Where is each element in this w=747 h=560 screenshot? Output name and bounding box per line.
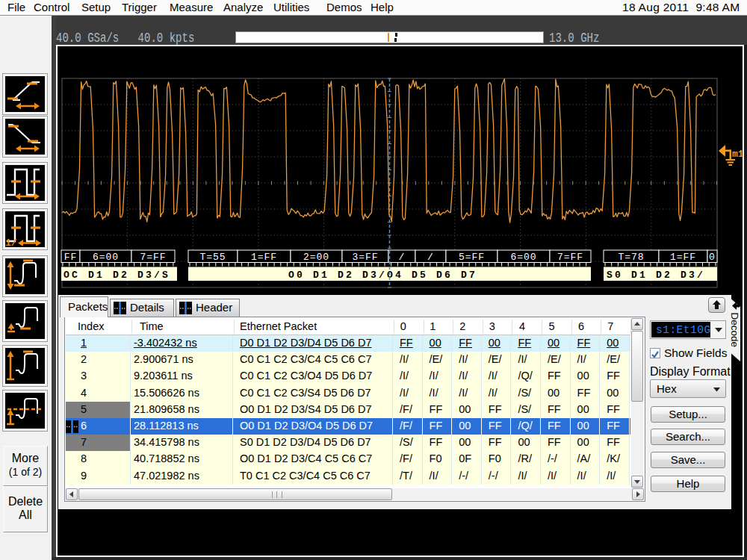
svg-text:5=FF: 5=FF <box>459 252 485 263</box>
svg-text:FF: FF <box>64 252 78 263</box>
svg-text:0: 0 <box>709 252 716 263</box>
svg-text:1/: 1/ <box>5 237 17 246</box>
svg-text:6=00: 6=00 <box>93 252 119 263</box>
svg-text:1=FF: 1=FF <box>251 252 277 263</box>
svg-text:6=00: 6=00 <box>510 252 536 263</box>
svg-text:/: / <box>427 252 434 263</box>
svg-text:2=00: 2=00 <box>303 252 329 263</box>
svg-text:/: / <box>399 252 406 263</box>
svg-text:7=FF: 7=FF <box>557 252 583 263</box>
svg-text:T=55: T=55 <box>199 252 226 263</box>
svg-text:O0 D1 D2 D3/O4 D5 D6 D7: O0 D1 D2 D3/O4 D5 D6 D7 <box>288 270 477 281</box>
svg-text:S0 D1 D2 D3/: S0 D1 D2 D3/ <box>607 270 705 281</box>
svg-text:Decode: Decode <box>729 313 740 348</box>
svg-text:OC D1 D2 D3/S: OC D1 D2 D3/S <box>63 270 170 281</box>
svg-text:7=FF: 7=FF <box>140 252 166 263</box>
svg-text:T=78: T=78 <box>618 252 644 263</box>
svg-text:m1: m1 <box>732 149 744 160</box>
svg-text:1=FF: 1=FF <box>670 252 696 263</box>
svg-text:3=FF: 3=FF <box>352 252 378 263</box>
